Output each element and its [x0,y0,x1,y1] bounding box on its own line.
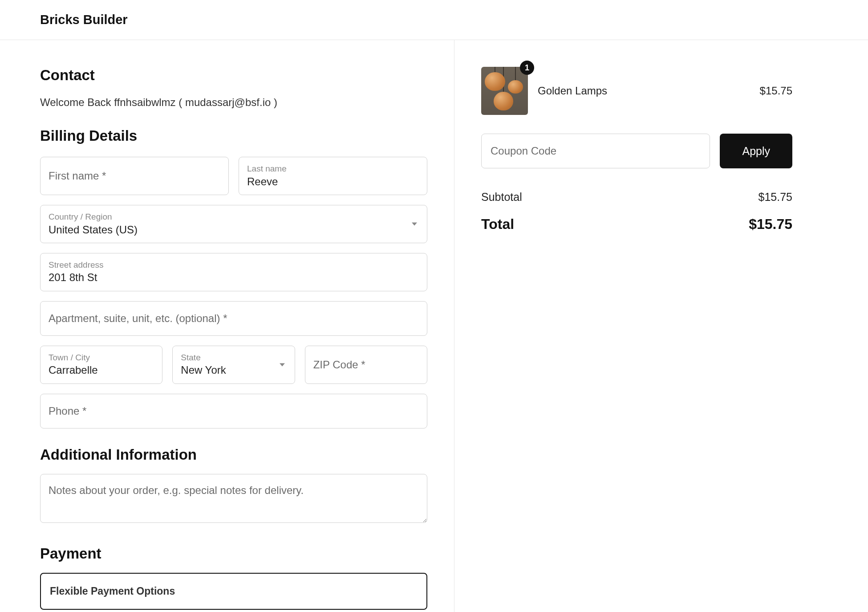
street-label: Street address [49,260,419,271]
city-field[interactable]: Town / City [40,346,162,384]
additional-info-heading: Additional Information [40,446,427,463]
state-label: State [181,352,286,363]
city-input[interactable] [49,363,154,377]
cart-item: 1 Golden Lamps $15.75 [481,67,792,115]
state-value: New York [181,363,286,377]
last-name-field[interactable]: Last name [239,157,427,195]
phone-field[interactable]: Phone * [40,394,427,428]
first-name-label: First name * [49,170,220,182]
subtotal-value: $15.75 [758,191,792,204]
quantity-badge: 1 [520,61,534,75]
subtotal-row: Subtotal $15.75 [481,191,792,204]
product-thumbnail [481,67,528,115]
zip-label: ZIP Code * [313,359,419,371]
cart-item-price: $15.75 [760,85,792,97]
product-thumbnail-wrap: 1 [481,67,528,115]
country-label: Country / Region [49,212,419,223]
street-input[interactable] [49,270,419,284]
coupon-input[interactable] [481,134,710,168]
street-field[interactable]: Street address [40,253,427,291]
total-label: Total [481,216,514,233]
order-summary-column: 1 Golden Lamps $15.75 Apply Subtotal $15… [454,40,868,612]
country-value: United States (US) [49,223,419,237]
header: Bricks Builder [0,0,868,40]
coupon-row: Apply [481,134,792,168]
apartment-field[interactable]: Apartment, suite, unit, etc. (optional) … [40,301,427,336]
state-field[interactable]: State New York [172,346,295,384]
phone-label: Phone * [49,405,419,417]
brand-title: Bricks Builder [40,12,828,27]
apartment-label: Apartment, suite, unit, etc. (optional) … [49,312,419,325]
cart-item-name: Golden Lamps [538,85,750,97]
last-name-input[interactable] [247,175,419,188]
total-value: $15.75 [749,216,792,233]
country-field[interactable]: Country / Region United States (US) [40,205,427,243]
total-row: Total $15.75 [481,216,792,233]
last-name-label: Last name [247,163,419,175]
chevron-down-icon [412,222,417,225]
chevron-down-icon [280,363,285,366]
payment-heading: Payment [40,545,427,562]
welcome-back-text: Welcome Back ffnhsaibwlmz ( mudassarj@bs… [40,96,427,109]
billing-heading: Billing Details [40,127,427,144]
order-notes-textarea[interactable] [40,474,427,523]
apply-button[interactable]: Apply [720,134,792,168]
billing-form: First name * Last name Country / Region … [40,157,427,428]
subtotal-label: Subtotal [481,191,522,204]
zip-field[interactable]: ZIP Code * [305,346,427,384]
payment-option[interactable]: Flexible Payment Options [40,573,427,610]
main-content: Contact Welcome Back ffnhsaibwlmz ( muda… [0,40,868,612]
contact-heading: Contact [40,67,427,84]
checkout-form-column: Contact Welcome Back ffnhsaibwlmz ( muda… [0,40,454,612]
city-label: Town / City [49,352,154,363]
first-name-field[interactable]: First name * [40,157,229,195]
